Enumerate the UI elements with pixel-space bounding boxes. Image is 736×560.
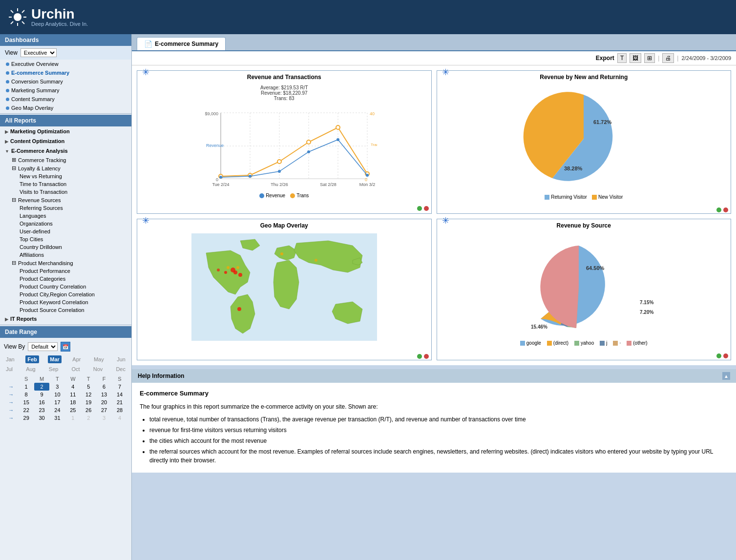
cal-cell[interactable]: 15 [19, 398, 34, 406]
country-drilldown[interactable]: Country Drilldown [0, 243, 131, 251]
cal-header-m: M [34, 375, 50, 383]
revenue-sources-item[interactable]: Revenue Sources [0, 196, 131, 204]
languages[interactable]: Languages [0, 212, 131, 220]
cal-cell[interactable]: 11 [65, 391, 81, 398]
month-apr[interactable]: Apr [70, 355, 83, 363]
month-nov[interactable]: Nov [91, 365, 105, 373]
export-img-btn[interactable]: 🖼 [630, 53, 641, 63]
organizations[interactable]: Organizations [0, 220, 131, 228]
calendar-icon[interactable]: 📅 [61, 342, 70, 352]
content-optimization-header[interactable]: Content Optimization [0, 136, 131, 146]
chart-red-ctrl-2[interactable] [723, 207, 728, 212]
cal-cell[interactable]: 4 [65, 383, 81, 391]
cal-cell[interactable]: 20 [96, 398, 112, 406]
cal-cell[interactable]: 3 [96, 414, 112, 422]
chart-green-ctrl-4[interactable] [716, 353, 721, 358]
cal-cell[interactable]: 28 [112, 406, 127, 414]
cal-cell[interactable]: 25 [65, 406, 81, 414]
affiliations[interactable]: Affiliations [0, 251, 131, 259]
month-jan[interactable]: Jan [4, 355, 17, 363]
user-defined[interactable]: User-defined [0, 228, 131, 235]
cal-arrow-2[interactable]: → [4, 391, 19, 398]
month-may[interactable]: May [92, 355, 106, 363]
cal-cell[interactable]: 12 [81, 391, 96, 398]
it-reports-header[interactable]: IT Reports [0, 314, 131, 324]
cal-cell[interactable]: 23 [34, 406, 50, 414]
cal-cell[interactable]: 27 [96, 406, 112, 414]
month-aug[interactable]: Aug [24, 365, 38, 373]
product-keyword[interactable]: Product Keyword Correlation [0, 298, 131, 306]
product-country-correlation[interactable]: Product Country Correlation [0, 283, 131, 290]
tab-ecommerce-summary[interactable]: 📄 E-commerce Summary [137, 37, 226, 50]
product-categories[interactable]: Product Categories [0, 275, 131, 283]
cal-cell-today[interactable]: 2 [34, 383, 50, 391]
cal-cell[interactable]: 18 [65, 398, 81, 406]
month-jun[interactable]: Jun [115, 355, 127, 363]
visits-to-transaction[interactable]: Visits to Transaction [0, 188, 131, 196]
cal-cell[interactable]: 24 [49, 406, 65, 414]
cal-cell[interactable]: 1 [19, 383, 34, 391]
cal-arrow-1[interactable]: → [4, 383, 19, 391]
product-city-region[interactable]: Product City,Region Correlation [0, 290, 131, 298]
product-merch-item[interactable]: Product Merchandising [0, 259, 131, 267]
chart-green-ctrl[interactable] [417, 206, 422, 211]
month-dec[interactable]: Dec [114, 365, 127, 373]
cal-cell[interactable]: 4 [112, 414, 127, 422]
chart-red-ctrl[interactable] [424, 206, 429, 211]
referring-sources[interactable]: Referring Sources [0, 204, 131, 212]
new-vs-returning[interactable]: New vs Returning [0, 172, 131, 180]
cal-arrow-3[interactable]: → [4, 398, 19, 406]
month-sep[interactable]: Sep [47, 365, 61, 373]
product-performance[interactable]: Product Performance [0, 267, 131, 275]
nav-geo-map[interactable]: Geo Map Overlay [0, 104, 131, 112]
cal-cell[interactable]: 5 [81, 383, 96, 391]
cal-cell[interactable]: 22 [19, 406, 34, 414]
cal-cell[interactable]: 14 [112, 391, 127, 398]
nav-ecommerce-summary[interactable]: E-commerce Summary [0, 68, 131, 77]
cal-cell[interactable]: 9 [34, 391, 50, 398]
nav-conversion-summary[interactable]: Conversion Summary [0, 77, 131, 86]
marketing-optimization-header[interactable]: Marketing Optimization [0, 126, 131, 136]
nav-marketing-summary[interactable]: Marketing Summary [0, 86, 131, 95]
cal-cell[interactable]: 30 [34, 414, 50, 422]
scroll-up-btn[interactable]: ▲ [722, 372, 730, 380]
commerce-tracking-item[interactable]: Commerce Tracking [0, 156, 131, 164]
cal-cell[interactable]: 21 [112, 398, 127, 406]
cal-cell[interactable]: 3 [49, 383, 65, 391]
top-cities[interactable]: Top Cities [0, 235, 131, 243]
ecommerce-analysis-header[interactable]: E-Commerce Analysis [0, 146, 131, 156]
cal-cell[interactable]: 8 [19, 391, 34, 398]
print-btn[interactable]: 🖨 [662, 53, 674, 63]
chart-red-ctrl-4[interactable] [723, 353, 728, 358]
cal-arrow-5[interactable]: → [4, 414, 19, 422]
cal-cell[interactable]: 13 [96, 391, 112, 398]
cal-cell[interactable]: 19 [81, 398, 96, 406]
viewby-select[interactable]: Default [28, 342, 58, 351]
cal-cell[interactable]: 17 [49, 398, 65, 406]
cal-cell[interactable]: 6 [96, 383, 112, 391]
nav-content-summary[interactable]: Content Summary [0, 95, 131, 104]
cal-cell[interactable]: 26 [81, 406, 96, 414]
chart-green-ctrl-3[interactable] [417, 354, 422, 359]
cal-cell[interactable]: 1 [65, 414, 81, 422]
chart-red-ctrl-3[interactable] [424, 354, 429, 359]
month-jul[interactable]: Jul [4, 365, 15, 373]
loyalty-latency-item[interactable]: Loyalty & Latency [0, 164, 131, 172]
nav-executive-overview[interactable]: Executive Overview [0, 60, 131, 68]
month-oct[interactable]: Oct [70, 365, 82, 373]
product-source[interactable]: Product Source Correlation [0, 306, 131, 314]
cal-cell[interactable]: 10 [49, 391, 65, 398]
cal-cell[interactable]: 31 [49, 414, 65, 422]
month-feb[interactable]: Feb [25, 355, 39, 363]
view-select[interactable]: Executive [21, 48, 57, 57]
export-table-btn[interactable]: ⊞ [644, 53, 655, 63]
cal-cell[interactable]: 16 [34, 398, 50, 406]
cal-cell[interactable]: 29 [19, 414, 34, 422]
month-mar[interactable]: Mar [48, 355, 62, 363]
cal-arrow-4[interactable]: → [4, 406, 19, 414]
cal-cell[interactable]: 7 [112, 383, 127, 391]
export-text-btn[interactable]: T [617, 53, 627, 63]
cal-cell[interactable]: 2 [81, 414, 96, 422]
time-to-transaction[interactable]: Time to Transaction [0, 180, 131, 188]
chart-green-ctrl-2[interactable] [716, 207, 721, 212]
